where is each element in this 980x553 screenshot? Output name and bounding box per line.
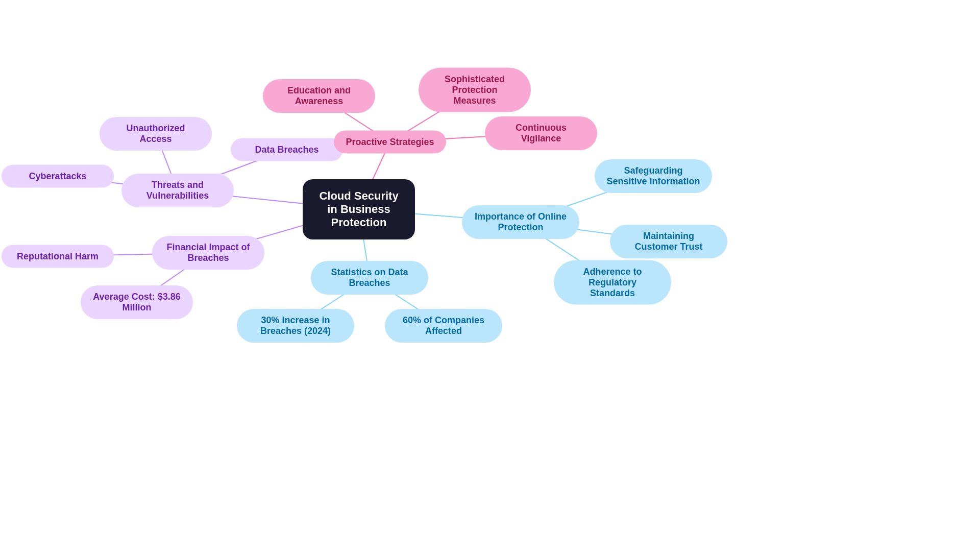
node-companies: 60% of Companies Affected <box>385 309 502 343</box>
node-threats: Threats and Vulnerabilities <box>121 174 234 207</box>
node-importance: Importance of Online Protection <box>462 205 579 239</box>
node-increase: 30% Increase in Breaches (2024) <box>237 309 354 343</box>
node-center: Cloud Security in Business Protection <box>303 179 415 239</box>
node-databreach: Data Breaches <box>231 138 343 161</box>
node-maintaining: Maintaining Customer Trust <box>610 225 727 258</box>
node-safeguarding: Safeguarding Sensitive Information <box>595 159 712 193</box>
node-education: Education and Awareness <box>263 79 375 113</box>
node-cyber: Cyberattacks <box>2 165 114 188</box>
node-statistics: Statistics on Data Breaches <box>311 261 428 295</box>
node-reputational: Reputational Harm <box>2 245 114 268</box>
node-adherence: Adherence to Regulatory Standards <box>554 260 671 305</box>
node-financial: Financial Impact of Breaches <box>152 236 264 270</box>
node-unauth: Unauthorized Access <box>100 117 212 151</box>
mind-map: Cloud Security in Business ProtectionThr… <box>0 0 980 553</box>
node-avgcost: Average Cost: $3.86 Million <box>81 285 193 319</box>
node-continuous: Continuous Vigilance <box>485 116 597 150</box>
node-sophisticated: Sophisticated Protection Measures <box>419 68 531 112</box>
node-proactive: Proactive Strategies <box>334 131 446 154</box>
